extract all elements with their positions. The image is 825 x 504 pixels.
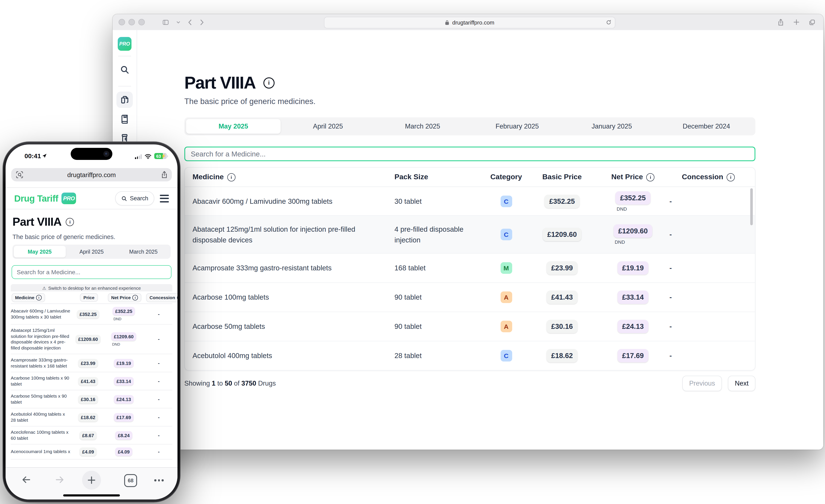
phone-col-medicine[interactable]: Medicine: [12, 293, 45, 302]
forward-icon[interactable]: [199, 19, 205, 25]
col-basic-price[interactable]: Basic Price: [542, 173, 582, 182]
medicine-name: Acarbose 50mg tablets: [193, 321, 394, 332]
table-row[interactable]: Abacavir 600mg / Lamivudine 300mg tablet…: [185, 187, 755, 215]
net-price-info-icon[interactable]: [647, 173, 655, 181]
phone-title-info-icon[interactable]: [66, 218, 74, 226]
concession-value: -: [158, 432, 160, 438]
previous-page-button[interactable]: Previous: [682, 376, 722, 391]
minimize-window-button[interactable]: [129, 19, 135, 25]
page-scan-icon[interactable]: [15, 171, 24, 179]
phone-col-price[interactable]: Price: [80, 293, 98, 302]
medicine-search-input[interactable]: [184, 147, 755, 161]
medicine-name: Acarbose 100mg tablets x 90 tablet: [11, 375, 71, 387]
address-bar[interactable]: drugtariffpro.com: [324, 17, 615, 28]
sidebar-item-bookmarks[interactable]: [117, 111, 133, 127]
share-icon[interactable]: [777, 18, 784, 26]
location-icon: [42, 153, 47, 158]
col-medicine[interactable]: Medicine: [193, 173, 224, 182]
phone-table-row[interactable]: Acarbose 100mg tablets x 90 tablet £41.4…: [11, 372, 172, 390]
sidebar-item-tariff-parts[interactable]: [117, 91, 133, 108]
sidebar-toggle-icon[interactable]: [162, 19, 169, 25]
month-tab[interactable]: January 2025: [565, 119, 659, 134]
phone-tabs-button[interactable]: 68: [124, 474, 137, 487]
month-tab[interactable]: March 2025: [375, 119, 470, 134]
table-body: Abacavir 600mg / Lamivudine 300mg tablet…: [185, 187, 755, 370]
phone-month-tab[interactable]: March 2025: [118, 246, 169, 258]
close-window-button[interactable]: [119, 19, 125, 25]
concession-info-icon[interactable]: [727, 173, 735, 181]
concession-value: -: [158, 396, 160, 402]
table-row[interactable]: Acarbose 50mg tablets 90 tablet A £30.16…: [185, 312, 755, 341]
zoom-window-button[interactable]: [138, 19, 145, 25]
next-page-button[interactable]: Next: [728, 376, 755, 391]
wifi-icon: [144, 154, 152, 159]
net-price-pill: £352.25: [112, 307, 135, 315]
table-scrollbar[interactable]: [750, 188, 753, 225]
table-row[interactable]: Abatacept 125mg/1ml solution for injecti…: [185, 215, 755, 253]
tab-overview-icon[interactable]: [809, 19, 816, 25]
net-price-pill: £1209.60: [613, 224, 653, 238]
concession-value: -: [669, 322, 747, 331]
phone-table-row[interactable]: Acamprosate 333mg gastro-resistant table…: [11, 354, 172, 372]
category-badge: M: [500, 262, 512, 274]
new-tab-icon[interactable]: [793, 19, 800, 25]
phone-table-row[interactable]: Abacavir 600mg / Lamivudine 300mg tablet…: [11, 304, 172, 325]
phone-back-icon[interactable]: [21, 475, 31, 485]
phone-table-row[interactable]: Acebutolol 400mg tablets x 28 tablet £18…: [11, 408, 172, 426]
phone-month-tab[interactable]: May 2025: [14, 246, 66, 258]
medicine-name: Abatacept 125mg/1ml solution for injecti…: [11, 328, 71, 351]
phone-table-row[interactable]: Aceclofenac 100mg tablets x 60 tablet £8…: [11, 426, 172, 444]
dnd-label: DND: [617, 206, 650, 211]
phone-new-tab-button[interactable]: [82, 471, 101, 490]
month-tab[interactable]: December 2024: [659, 119, 754, 134]
phone-table-row[interactable]: Abatacept 125mg/1ml solution for injecti…: [11, 325, 172, 354]
category-badge: C: [500, 350, 512, 361]
col-concession[interactable]: Concession: [682, 173, 723, 182]
brand-logo[interactable]: Drug Tariff PRO: [14, 193, 76, 204]
medicine-name: Acamprosate 333mg gastro-resistant table…: [11, 357, 71, 369]
back-icon[interactable]: [188, 19, 193, 25]
phone-table-row[interactable]: Acarbose 50mg tablets x 90 tablet £30.16…: [11, 390, 172, 408]
col-pack-size[interactable]: Pack Size: [394, 173, 428, 182]
phone-address-bar[interactable]: drugtariffpro.com: [11, 168, 172, 182]
medicine-name: Abacavir 600mg / Lamivudine 300mg tablet…: [193, 196, 394, 207]
chevron-down-icon[interactable]: [176, 20, 180, 24]
table-row[interactable]: Acamprosate 333mg gastro-resistant table…: [185, 253, 755, 282]
col-category[interactable]: Category: [490, 173, 522, 182]
col-net-price[interactable]: Net Price: [611, 173, 643, 182]
pack-size: 4 pre-filled disposable injection: [394, 224, 485, 245]
phone-url-text: drugtariffpro.com: [67, 171, 116, 178]
month-tab[interactable]: February 2025: [470, 119, 565, 134]
phone-month-tab[interactable]: April 2025: [66, 246, 117, 258]
phone-more-button[interactable]: [154, 479, 163, 481]
month-tab[interactable]: April 2025: [281, 119, 375, 134]
phone-medicine-search-input[interactable]: [12, 265, 171, 279]
refresh-icon[interactable]: [606, 19, 611, 25]
stage: drugtariffpro.com PRO: [0, 0, 825, 504]
category-badge: A: [500, 291, 512, 303]
showing-count: Showing 1 to 50 of 3750 Drugs: [184, 379, 276, 387]
page-subtitle: The basic price of generic medicines.: [184, 97, 755, 106]
phone-table-header: Medicine Price Net Price Concession: [11, 291, 172, 304]
title-info-icon[interactable]: [264, 77, 275, 88]
phone-share-icon[interactable]: [161, 171, 168, 179]
pro-badge: PRO: [62, 193, 76, 204]
table-row[interactable]: Acebutolol 400mg tablets 28 tablet C £18…: [185, 341, 755, 370]
window-controls[interactable]: [119, 19, 145, 25]
sidebar-search-icon[interactable]: [117, 62, 133, 78]
phone-toolbar: 68: [6, 467, 177, 500]
table-row[interactable]: Acarbose 100mg tablets 90 tablet A £41.4…: [185, 282, 755, 312]
medicine-name: Abatacept 125mg/1ml solution for injecti…: [193, 224, 394, 245]
search-button[interactable]: Search: [115, 191, 154, 206]
pro-logo[interactable]: PRO: [118, 37, 132, 51]
phone-forward-icon[interactable]: [55, 475, 65, 485]
home-indicator[interactable]: [63, 494, 120, 497]
phone-col-net-price[interactable]: Net Price: [107, 293, 141, 302]
pack-size: 30 tablet: [394, 196, 485, 207]
concession-value: -: [669, 293, 747, 301]
month-tab[interactable]: May 2025: [186, 119, 281, 134]
phone-col-concession[interactable]: Concession: [146, 293, 177, 302]
menu-icon[interactable]: [160, 195, 169, 202]
phone-table-row[interactable]: Acenocoumarol 1mg tablets x £4.09 £4.09 …: [11, 444, 172, 459]
medicine-info-icon[interactable]: [227, 173, 235, 181]
